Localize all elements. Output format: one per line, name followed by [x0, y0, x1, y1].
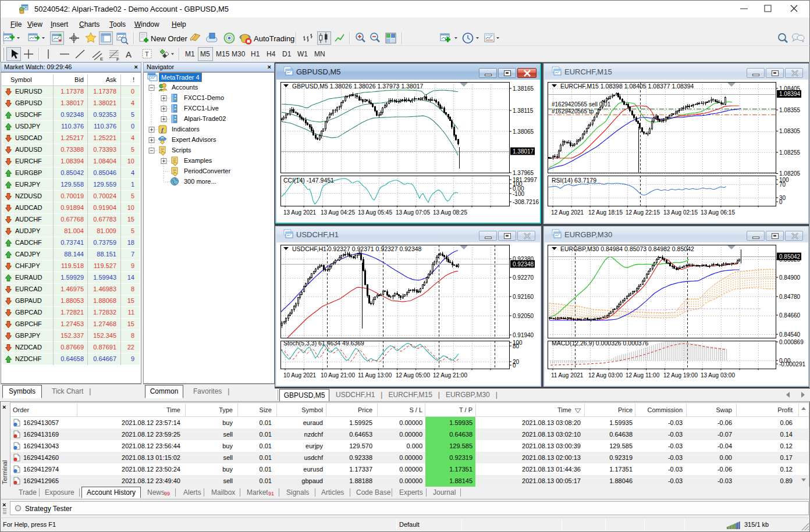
svg-text:12 Aug 19:00: 12 Aug 19:00 — [663, 372, 698, 379]
svg-text:#1629420565 tp: #1629420565 tp — [552, 108, 594, 115]
svg-text:12 Aug 2021: 12 Aug 2021 — [551, 209, 584, 216]
svg-text:1.37965: 1.37965 — [513, 170, 534, 176]
svg-text:12 Aug 18:15: 12 Aug 18:15 — [588, 209, 623, 216]
svg-text:EURCHF,M15 1.08398 1.08405 1.: EURCHF,M15 1.08398 1.08405 1.08377 1.083… — [560, 83, 694, 90]
svg-text:12 Aug 11:00: 12 Aug 11:00 — [626, 372, 660, 379]
svg-text:10 Aug 2021: 10 Aug 2021 — [283, 372, 317, 379]
svg-text:USDCHF,H1 0.92327 0.92371 0.9: USDCHF,H1 0.92327 0.92371 0.92327 0.9234… — [292, 245, 422, 252]
svg-text:F: F — [116, 57, 119, 62]
svg-text:12 Aug 03:00: 12 Aug 03:00 — [588, 372, 623, 379]
svg-text:0.92270: 0.92270 — [513, 274, 534, 281]
svg-text:10 Aug 21:00: 10 Aug 21:00 — [321, 372, 355, 379]
svg-text:-100: -100 — [513, 191, 524, 197]
svg-text:70: 70 — [779, 181, 786, 188]
svg-text:1.08255: 1.08255 — [779, 149, 801, 156]
svg-text:1.08394: 1.08394 — [779, 91, 801, 97]
svg-text:13 Aug 08:25: 13 Aug 08:25 — [433, 209, 467, 216]
svg-text:1.38065: 1.38065 — [513, 128, 534, 135]
svg-text:12 Aug 22:15: 12 Aug 22:15 — [626, 209, 660, 216]
svg-text:0.92050: 0.92050 — [513, 313, 534, 319]
svg-text:0.84660: 0.84660 — [779, 312, 801, 319]
svg-text:0: 0 — [513, 362, 516, 369]
svg-text:11 Aug 13:00: 11 Aug 13:00 — [358, 372, 392, 379]
svg-text:12 Aug 05:00: 12 Aug 05:00 — [396, 372, 430, 379]
svg-text:Stoch(5,3,3) 61.4634 49.6369: Stoch(5,3,3) 61.4634 49.6369 — [283, 340, 364, 347]
svg-text:13 Aug 03:00: 13 Aug 03:00 — [701, 372, 735, 379]
svg-text:0.000869: 0.000869 — [779, 339, 804, 345]
svg-text:13 Aug 05:45: 13 Aug 05:45 — [358, 209, 392, 216]
svg-text:0.91940: 0.91940 — [513, 332, 534, 338]
svg-text:1.08305: 1.08305 — [779, 128, 801, 134]
svg-text:13 Aug 2021: 13 Aug 2021 — [283, 209, 317, 216]
svg-text:80: 80 — [513, 343, 520, 349]
svg-text:13 Aug 07:05: 13 Aug 07:05 — [396, 209, 430, 216]
svg-text:GBPUSD,M5 1.38026 1.38026 1.3: GBPUSD,M5 1.38026 1.38026 1.37973 1.3801… — [292, 83, 423, 90]
svg-text:-0.000291: -0.000291 — [779, 361, 805, 367]
svg-text:13 Aug 06:15: 13 Aug 06:15 — [701, 209, 735, 216]
svg-text:0.84900: 0.84900 — [779, 274, 801, 281]
svg-text:A: A — [126, 49, 132, 59]
svg-text:13 Aug 04:25: 13 Aug 04:25 — [321, 209, 355, 216]
svg-text:0.92160: 0.92160 — [513, 294, 534, 300]
svg-text:11 Aug 2021: 11 Aug 2021 — [551, 372, 584, 379]
svg-text:RSI(14) 63.7179: RSI(14) 63.7179 — [552, 177, 596, 184]
svg-text:0.84540: 0.84540 — [779, 331, 801, 338]
svg-text:CCI(14) -147.9451: CCI(14) -147.9451 — [283, 177, 334, 184]
svg-text:MACD(12,26,9) 0.000326 0.00037: MACD(12,26,9) 0.000326 0.000376 — [552, 340, 649, 347]
svg-text:1.38165: 1.38165 — [513, 85, 534, 92]
svg-text:13 Aug 02:15: 13 Aug 02:15 — [663, 209, 698, 216]
svg-text:1.08205: 1.08205 — [779, 170, 801, 177]
svg-text:T: T — [145, 51, 149, 58]
svg-text:1.38017: 1.38017 — [513, 148, 534, 155]
svg-text:#1629420565 sell 0.01: #1629420565 sell 0.01 — [552, 101, 611, 108]
svg-text:0.85042: 0.85042 — [779, 253, 801, 260]
svg-text:1.08355: 1.08355 — [779, 107, 801, 113]
svg-text:-308.7216: -308.7216 — [513, 199, 539, 205]
svg-text:0: 0 — [779, 199, 783, 205]
svg-text:1.38115: 1.38115 — [513, 108, 534, 114]
svg-text:EURGBP,M30 0.84984 0.85073 0.: EURGBP,M30 0.84984 0.85073 0.84982 0.850… — [560, 245, 694, 252]
svg-text:0.84780: 0.84780 — [779, 294, 801, 300]
svg-text:0.92348: 0.92348 — [513, 261, 534, 267]
svg-text:12 Aug 21:00: 12 Aug 21:00 — [433, 372, 467, 379]
svg-text:E: E — [100, 56, 103, 62]
